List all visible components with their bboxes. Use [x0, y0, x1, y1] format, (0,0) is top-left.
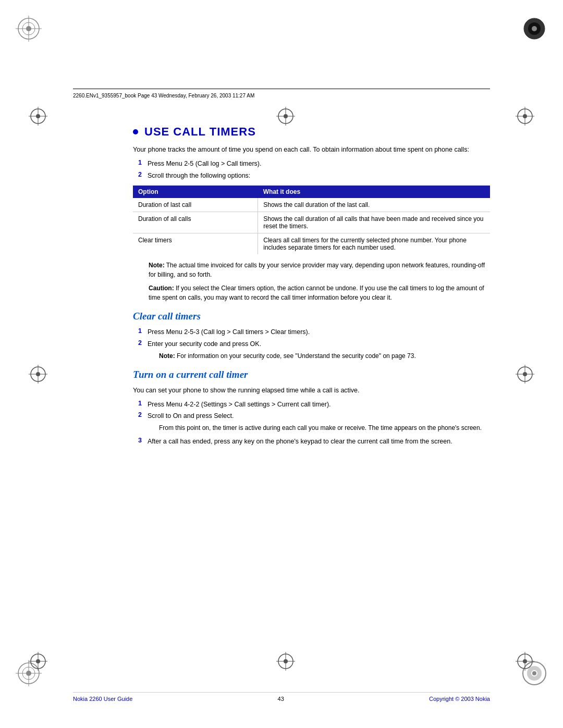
- note2-label: Caution:: [149, 285, 174, 292]
- section1-note2: Caution: If you select the Clear timers …: [133, 283, 490, 302]
- section3-intro: You can set your phone to show the runni…: [133, 386, 490, 396]
- reg-mark-mid-right: [516, 365, 534, 384]
- note2-text: If you select the Clear timers option, t…: [149, 285, 484, 301]
- page: 2260.ENv1_9355957_book Page 43 Wednesday…: [0, 0, 563, 728]
- table-header-row: Option What it does: [133, 186, 490, 198]
- footer-left: Nokia 2260 User Guide: [73, 696, 132, 702]
- table-cell-option-2: Duration of all calls: [133, 212, 258, 233]
- reg-mark-bottom-left: [29, 652, 47, 671]
- options-table: Option What it does Duration of last cal…: [133, 186, 490, 254]
- section3-title: Turn on a current call timer: [133, 369, 490, 380]
- section-turn-on-timer: Turn on a current call timer You can set…: [133, 369, 490, 447]
- section-use-call-timers: USE CALL TIMERS Your phone tracks the am…: [133, 125, 490, 302]
- section-clear-call-timers: Clear call timers 1 Press Menu 2-5-3 (Ca…: [133, 311, 490, 361]
- s3-step3-number: 3: [138, 437, 148, 447]
- section1-title-container: USE CALL TIMERS: [133, 125, 490, 139]
- section3-note-after-2: From this point on, the timer is active …: [133, 423, 490, 433]
- section2-step1: 1 Press Menu 2-5-3 (Call log > Call time…: [133, 327, 490, 337]
- table-row: Clear timers Clears all call timers for …: [133, 233, 490, 255]
- s2-step2-number: 2: [138, 339, 148, 349]
- section2-step2: 2 Enter your security code and press OK.: [133, 339, 490, 349]
- s3-step3-text: After a call has ended, press any key on…: [148, 437, 452, 447]
- step2-number: 2: [138, 171, 148, 181]
- section1-step2: 2 Scroll through the following options:: [133, 171, 490, 181]
- table-cell-option-1: Duration of last call: [133, 198, 258, 212]
- reg-mark-mid-left: [29, 365, 47, 384]
- section1-step1: 1 Press Menu 2-5 (Call log > Call timers…: [133, 159, 490, 169]
- s3-step1-text: Press Menu 4-2-2 (Settings > Call settin…: [148, 400, 331, 410]
- header-bar: 2260.ENv1_9355957_book Page 43 Wednesday…: [73, 89, 490, 99]
- s2-step1-number: 1: [138, 327, 148, 337]
- s2-note-text: For information on your security code, s…: [175, 352, 416, 360]
- note1-label: Note:: [149, 262, 165, 269]
- table-row: Duration of last call Shows the call dur…: [133, 198, 490, 212]
- step1-number: 1: [138, 159, 148, 169]
- s3-step2-text: Scroll to On and press Select.: [148, 411, 234, 421]
- s3-step1-number: 1: [138, 400, 148, 410]
- section2-note: Note: For information on your security c…: [133, 351, 490, 361]
- s2-step1-text: Press Menu 2-5-3 (Call log > Call timers…: [148, 327, 310, 337]
- note1-text: The actual time invoiced for calls by yo…: [149, 262, 485, 278]
- main-content: USE CALL TIMERS Your phone tracks the am…: [133, 125, 490, 665]
- step1-text: Press Menu 2-5 (Call log > Call timers).: [148, 159, 261, 169]
- s2-note-label: Note:: [159, 352, 175, 360]
- table-cell-what-2: Shows the call duration of all calls tha…: [258, 212, 490, 233]
- section3-step3: 3 After a call has ended, press any key …: [133, 437, 490, 447]
- reg-mark-top-center: [276, 107, 295, 126]
- table-cell-what-3: Clears all call timers for the currently…: [258, 233, 490, 255]
- table-cell-option-3: Clear timers: [133, 233, 258, 255]
- table-row: Duration of all calls Shows the call dur…: [133, 212, 490, 233]
- table-header-what: What it does: [258, 186, 490, 198]
- s2-step2-text: Enter your security code and press OK.: [148, 339, 261, 349]
- reg-mark-top-left: [29, 107, 47, 126]
- page-footer: Nokia 2260 User Guide 43 Copyright © 200…: [73, 692, 490, 702]
- section3-step1: 1 Press Menu 4-2-2 (Settings > Call sett…: [133, 400, 490, 410]
- svg-point-15: [532, 671, 536, 675]
- reg-mark-top-right: [516, 107, 534, 126]
- header-text: 2260.ENv1_9355957_book Page 43 Wednesday…: [73, 93, 254, 98]
- corner-mark-tl: [16, 16, 42, 42]
- reg-mark-bottom-right: [516, 652, 534, 671]
- footer-right: Copyright © 2003 Nokia: [429, 696, 490, 702]
- section1-intro: Your phone tracks the amount of time you…: [133, 145, 490, 155]
- table-header-option: Option: [133, 186, 258, 198]
- section1-title: USE CALL TIMERS: [144, 125, 256, 139]
- section2-title: Clear call timers: [133, 311, 490, 322]
- footer-page-number: 43: [278, 696, 284, 702]
- step2-text: Scroll through the following options:: [148, 171, 250, 181]
- s3-step2-number: 2: [138, 411, 148, 421]
- table-cell-what-1: Shows the call duration of the last call…: [258, 198, 490, 212]
- section1-note1: Note: The actual time invoiced for calls…: [133, 261, 490, 279]
- corner-mark-tr: [521, 16, 547, 42]
- section3-step2: 2 Scroll to On and press Select.: [133, 411, 490, 421]
- bullet-dot: [133, 129, 138, 134]
- svg-point-7: [532, 26, 537, 31]
